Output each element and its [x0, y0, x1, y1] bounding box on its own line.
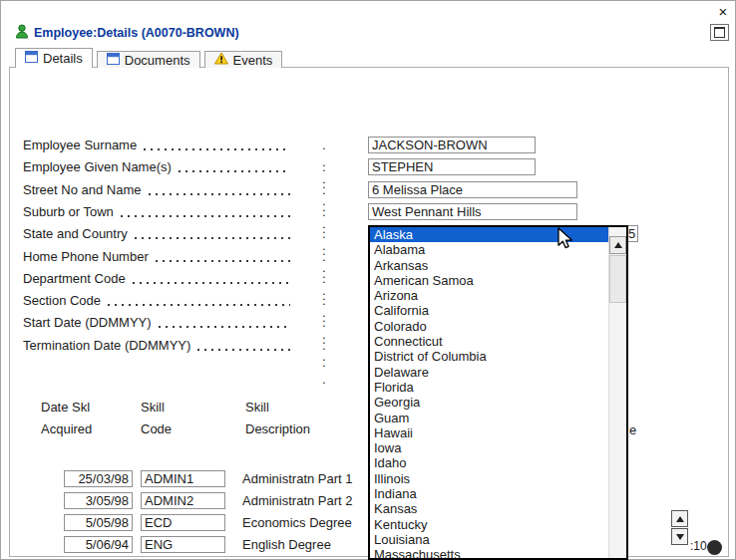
form-row: Department Code. . .: [23, 270, 294, 287]
skills-col-header: Code: [141, 421, 172, 437]
dropdown-item[interactable]: Massachusetts: [370, 547, 609, 558]
status-dot: [707, 540, 722, 555]
document-icon: [107, 53, 120, 68]
skill-code-input[interactable]: ADMIN1: [141, 470, 225, 487]
field-label: Street No and Name: [23, 181, 142, 198]
tab-bar: Details Documents Events: [15, 49, 282, 68]
dot-leader: [133, 282, 290, 284]
close-icon[interactable]: ×: [714, 4, 732, 20]
skill-date-input[interactable]: 3/05/98: [64, 492, 133, 509]
dot-leader: [197, 349, 290, 351]
employee-details-window: × Employee:Details (A0070-BROWN) Details…: [0, 0, 736, 560]
field-label: State and Country: [23, 225, 128, 242]
field-label: Suburb or Town: [23, 203, 114, 220]
dropdown-item[interactable]: Kentucky: [370, 517, 609, 532]
scroll-up-button[interactable]: [609, 236, 626, 254]
partial-hidden-text: e: [629, 422, 636, 438]
form-row: Street No and Name. . .6 Melissa Place: [23, 181, 294, 198]
skill-date-input[interactable]: 5/05/98: [64, 514, 133, 531]
window-title: Employee:Details (A0070-BROWN): [34, 26, 239, 40]
dropdown-item[interactable]: Georgia: [370, 395, 609, 410]
dot-leader: [135, 237, 290, 239]
field-input[interactable]: West Pennant Hills: [368, 203, 577, 220]
tab-details[interactable]: Details: [15, 48, 93, 68]
form-icon: [25, 51, 38, 66]
dropdown-item[interactable]: Guam: [370, 411, 609, 425]
time-fragment: :10: [690, 539, 707, 553]
dot-leader: [159, 326, 290, 328]
field-label: Home Phone Number: [23, 248, 149, 265]
dropdown-item[interactable]: California: [370, 303, 609, 318]
field-label: Employee Given Name(s): [23, 158, 172, 175]
tab-label: Details: [43, 51, 83, 66]
skill-description: English Degree: [242, 536, 331, 553]
maximize-icon: [714, 27, 725, 38]
dropdown-item[interactable]: Delaware: [370, 365, 609, 380]
dropdown-item[interactable]: Arkansas: [370, 258, 609, 273]
skills-col-header: Date Skl: [41, 400, 90, 416]
tab-label: Documents: [125, 53, 190, 68]
dot-leader: [156, 260, 290, 262]
dot-leader: [121, 215, 290, 217]
field-label: Department Code: [23, 270, 126, 287]
arrow-up-icon: [614, 242, 622, 248]
dropdown-item[interactable]: Indiana: [370, 486, 609, 501]
leader-dots: . . .: [322, 337, 326, 388]
dropdown-item[interactable]: Illinois: [370, 471, 609, 486]
spinner-up-button[interactable]: [671, 510, 688, 527]
field-label: Start Date (DDMMYY): [23, 314, 152, 331]
skill-date-input[interactable]: 5/06/94: [64, 536, 133, 553]
skill-description: Administratn Part 1: [242, 470, 353, 487]
dropdown-item[interactable]: Idaho: [370, 455, 609, 470]
dropdown-scrollbar[interactable]: [608, 227, 626, 558]
dot-leader: [149, 193, 290, 195]
form-row: Termination Date (DDMMYY). . .: [23, 337, 294, 354]
tab-documents[interactable]: Documents: [97, 51, 200, 68]
skill-description: Administratn Part 2: [242, 492, 353, 509]
dropdown-item[interactable]: Hawaii: [370, 425, 609, 440]
dropdown-item[interactable]: Connecticut: [370, 334, 609, 349]
tab-label: Events: [233, 53, 273, 68]
state-field-fragment: 5: [628, 225, 638, 242]
dropdown-item[interactable]: District of Columbia: [370, 349, 609, 364]
field-input[interactable]: STEPHEN: [368, 158, 536, 175]
mouse-cursor: [556, 227, 578, 252]
field-input[interactable]: 6 Melissa Place: [368, 181, 577, 198]
skills-col-header: Description: [245, 421, 310, 437]
dropdown-item[interactable]: Iowa: [370, 440, 609, 455]
dropdown-item[interactable]: Louisiana: [370, 532, 609, 547]
form-row: State and Country. . .: [23, 225, 294, 242]
arrow-up-icon: [676, 516, 684, 522]
arrow-down-icon: [676, 534, 684, 540]
dropdown-item[interactable]: Colorado: [370, 319, 609, 334]
form-row: Suburb or Town. . .West Pennant Hills: [23, 203, 294, 220]
form-row: Section Code. . .: [23, 292, 294, 309]
skill-description: Economics Degree: [242, 514, 352, 531]
skill-code-input[interactable]: ECD: [141, 514, 225, 531]
maximize-button[interactable]: [710, 24, 729, 41]
tab-events[interactable]: Events: [204, 51, 283, 68]
dropdown-item[interactable]: American Samoa: [370, 273, 609, 288]
form-row: Home Phone Number. . .: [23, 248, 294, 265]
spinner-down-button[interactable]: [671, 528, 688, 545]
form-row: Start Date (DDMMYY). . .: [23, 314, 294, 331]
dropdown-item[interactable]: Arizona: [370, 288, 609, 303]
scrollbar-thumb[interactable]: [609, 255, 626, 303]
state-dropdown: AlaskaAlabamaArkansasAmerican SamoaArizo…: [368, 225, 628, 560]
state-dropdown-list: AlaskaAlabamaArkansasAmerican SamoaArizo…: [370, 227, 609, 558]
dropdown-item[interactable]: Kansas: [370, 501, 609, 516]
field-label: Section Code: [23, 292, 101, 309]
form-row: Employee Given Name(s). . .STEPHEN: [23, 158, 294, 175]
form-row: Employee Surname. . .JACKSON-BROWN: [23, 137, 294, 153]
warning-icon: [214, 52, 228, 68]
dot-leader: [108, 304, 290, 306]
field-input[interactable]: JACKSON-BROWN: [368, 137, 536, 153]
skills-col-header: Acquired: [41, 421, 92, 437]
skill-code-input[interactable]: ADMIN2: [141, 492, 225, 509]
skill-code-input[interactable]: ENG: [141, 536, 225, 553]
employee-icon: [15, 24, 29, 39]
dot-leader: [179, 170, 290, 172]
dropdown-item[interactable]: Florida: [370, 380, 609, 395]
skill-date-input[interactable]: 25/03/98: [64, 470, 133, 487]
skills-col-header: Skill: [141, 400, 165, 416]
